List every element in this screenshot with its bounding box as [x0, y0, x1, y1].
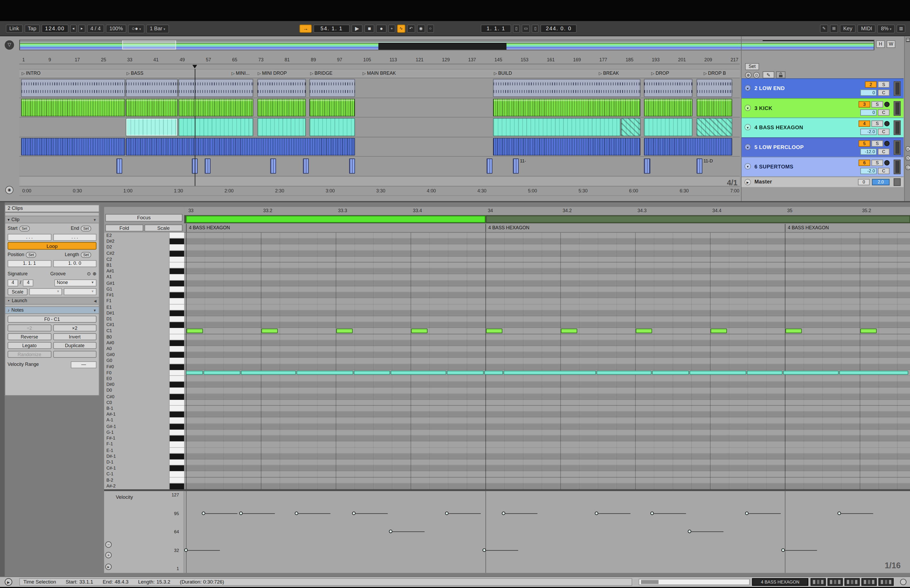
midi-note-f0[interactable] [296, 371, 353, 375]
piano-key[interactable] [170, 436, 184, 442]
velocity-marker[interactable] [352, 511, 356, 515]
automation-arm-button[interactable]: ∿ [397, 24, 405, 32]
time-signature-display[interactable]: 4 / 4 [87, 24, 104, 32]
clip-segment[interactable] [257, 79, 306, 97]
clip-segment[interactable] [697, 158, 703, 174]
clip-segment[interactable] [644, 118, 693, 136]
locator-flag[interactable]: ▷DROP B [704, 71, 726, 76]
track-disclosure-icon[interactable]: ▼ [744, 85, 751, 91]
piano-key[interactable] [170, 412, 184, 418]
arm-button[interactable] [884, 121, 889, 126]
piano-key[interactable] [170, 239, 184, 245]
midi-note-c1[interactable] [561, 329, 577, 333]
arm-button[interactable] [884, 160, 889, 166]
tempo-display[interactable]: 124.00 [42, 24, 68, 32]
midi-note-f0[interactable] [354, 371, 390, 375]
piano-key[interactable] [170, 298, 184, 304]
set-locator-button[interactable]: Set [745, 63, 759, 70]
velocity-range-value[interactable]: — [71, 361, 97, 368]
piano-key[interactable] [170, 233, 184, 239]
loop-switch[interactable]: ▭ [522, 24, 530, 32]
piano-key[interactable] [170, 388, 184, 394]
piano-key[interactable] [170, 275, 184, 281]
clip-segment[interactable] [493, 118, 621, 136]
velocity-divider[interactable] [104, 489, 910, 491]
velocity-marker[interactable] [745, 511, 748, 515]
track-disclosure-icon[interactable]: ▼ [744, 144, 751, 150]
clip-segment[interactable] [270, 158, 276, 174]
piano-key[interactable] [170, 316, 184, 322]
track-disclosure-icon[interactable]: ▼ [744, 163, 751, 170]
velocity-marker[interactable] [688, 530, 692, 533]
piano-key[interactable] [170, 364, 184, 370]
piano-key[interactable] [170, 400, 184, 406]
track-header[interactable]: ▼2 LOW END2S0C [742, 78, 904, 98]
clip-segment[interactable] [126, 138, 355, 155]
midi-note-c1[interactable] [336, 329, 352, 333]
midi-note-f0[interactable] [596, 371, 652, 375]
locator-flag[interactable]: ▷BUILD [494, 71, 512, 76]
beat-ruler[interactable]: 3333.233.333.43434.234.334.43535.2 [184, 207, 910, 215]
start-set-button[interactable]: Set [19, 225, 29, 231]
piano-keyboard[interactable] [170, 233, 184, 489]
live-logo-icon[interactable]: ▽ [5, 40, 14, 50]
clip-segment[interactable] [644, 79, 693, 97]
nudge-down-button[interactable]: ◂ [70, 24, 77, 32]
locator-flag[interactable]: ▷BRIDGE [310, 71, 333, 76]
midi-note-f0[interactable] [783, 371, 839, 375]
horizontal-scrollbar[interactable] [638, 579, 750, 585]
velocity-marker[interactable] [650, 511, 654, 515]
punch-out-button[interactable]: ▯ [532, 24, 539, 32]
velocity-marker[interactable] [502, 511, 505, 515]
clip-segment[interactable] [644, 99, 693, 116]
launch-collapse-icon[interactable]: ◀ [94, 299, 96, 303]
track-header[interactable]: ▼5 LOW PERCLOOP5S-12.0C [742, 137, 904, 157]
clip-menu-icon[interactable]: ▼ [93, 218, 96, 221]
piano-key[interactable] [170, 370, 184, 376]
midi-note-f0[interactable] [503, 371, 596, 375]
mini-clip-slot[interactable] [844, 578, 860, 586]
pan-value[interactable]: C [878, 109, 889, 115]
pitch-range-button[interactable]: F0 - C1 [8, 315, 97, 322]
clip-segment[interactable] [257, 99, 306, 116]
piano-key[interactable] [170, 280, 184, 286]
double-time-button[interactable]: ×2 [53, 324, 96, 331]
start-value[interactable]: . . . [8, 233, 51, 241]
track-lane[interactable] [19, 137, 740, 157]
clip-segment[interactable] [192, 158, 198, 174]
piano-key[interactable] [170, 358, 184, 364]
tap-tempo-button[interactable]: Tap [24, 24, 40, 32]
midi-note-c1[interactable] [486, 329, 503, 333]
launch-section-header[interactable]: ‣ Launch ◀ [5, 297, 99, 305]
re-enable-automation-button[interactable]: ↶ [407, 24, 415, 32]
piano-key[interactable] [170, 376, 184, 382]
clip-segment[interactable] [310, 118, 355, 136]
randomize-amount-box[interactable] [53, 351, 96, 358]
velocity-marker[interactable] [781, 548, 785, 552]
velocity-marker[interactable] [389, 530, 392, 533]
piano-key[interactable] [170, 424, 184, 430]
clip-segment[interactable] [493, 99, 640, 116]
velocity-marker[interactable] [295, 511, 298, 515]
prev-locator-icon[interactable]: ⊕ [745, 72, 752, 78]
arm-button[interactable] [884, 141, 889, 146]
piano-key[interactable] [170, 286, 184, 292]
loop-length-display[interactable]: 244. 0. 0 [541, 24, 577, 32]
mini-clip-slot[interactable] [862, 578, 877, 586]
piano-key[interactable] [170, 430, 184, 436]
solo-button[interactable]: S [878, 81, 889, 88]
midi-note-f0[interactable] [652, 371, 689, 375]
metronome-toggle[interactable]: ○●▾ [128, 24, 145, 33]
draw-mode-button[interactable]: ✎ [820, 24, 828, 32]
pan-value[interactable]: C [878, 89, 889, 96]
piano-key[interactable] [170, 346, 184, 352]
clip-instance-label[interactable]: 4 BASS HEXAGON [488, 225, 530, 230]
velocity-marker[interactable] [239, 511, 242, 515]
piano-key[interactable] [170, 340, 184, 346]
scroll-menu-icon[interactable] [905, 38, 910, 42]
volume-value[interactable]: -2.0 [860, 129, 876, 135]
midi-note-f0[interactable] [447, 371, 484, 375]
piano-key[interactable] [170, 250, 184, 257]
playhead-marker[interactable] [192, 65, 197, 68]
scale-root-select[interactable]: ▼ [29, 288, 62, 295]
